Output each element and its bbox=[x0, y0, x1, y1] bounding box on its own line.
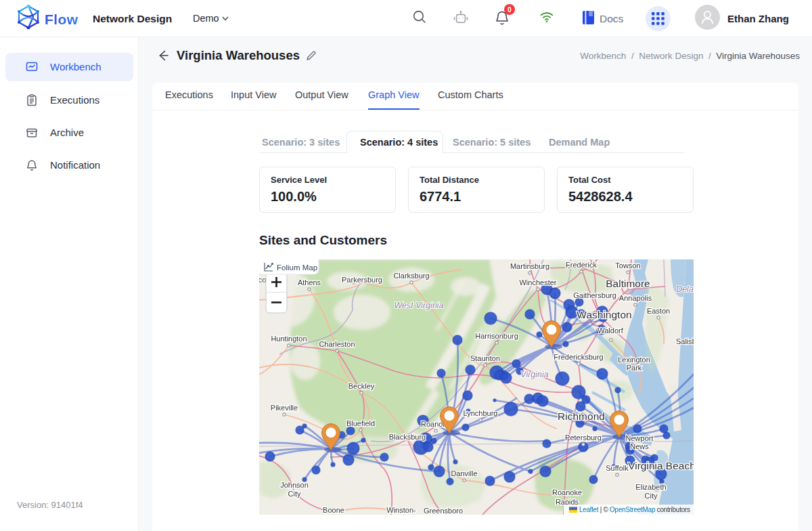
svg-text:Roanoke: Roanoke bbox=[552, 488, 582, 496]
svg-text:Salisbu: Salisbu bbox=[676, 337, 694, 345]
svg-text:Virginia: Virginia bbox=[520, 370, 549, 379]
svg-text:Folium Map: Folium Map bbox=[277, 263, 317, 272]
svg-text:Waldorf: Waldorf bbox=[597, 326, 623, 335]
svg-text:Bluefield: Bluefield bbox=[346, 419, 375, 427]
svg-text:Towson: Towson bbox=[615, 261, 640, 270]
svg-text:City: City bbox=[645, 492, 658, 500]
svg-text:Boone: Boone bbox=[323, 506, 344, 514]
svg-text:Lynchburg: Lynchburg bbox=[464, 409, 498, 417]
svg-text:Blacksburg: Blacksburg bbox=[389, 433, 426, 441]
svg-text:Staunton: Staunton bbox=[470, 354, 500, 362]
svg-text:Washington: Washington bbox=[577, 309, 631, 320]
svg-text:Elizabeth: Elizabeth bbox=[635, 483, 666, 491]
svg-text:Gaithersburg: Gaithersburg bbox=[573, 291, 616, 299]
svg-text:Huntington: Huntington bbox=[271, 335, 307, 343]
svg-text:Johnson: Johnson bbox=[280, 481, 309, 489]
svg-text:Clarksburg: Clarksburg bbox=[393, 272, 429, 280]
svg-text:Parkersburg: Parkersburg bbox=[342, 276, 382, 284]
svg-text:Winston-: Winston- bbox=[386, 506, 416, 514]
svg-text:Danville: Danville bbox=[451, 469, 477, 477]
svg-text:Virginia Beach: Virginia Beach bbox=[628, 460, 694, 471]
svg-text:Suffolk: Suffolk bbox=[606, 464, 629, 472]
svg-text:Petersburg: Petersburg bbox=[565, 433, 602, 442]
svg-text:Beckley: Beckley bbox=[348, 382, 375, 390]
svg-text:Lexington: Lexington bbox=[618, 356, 650, 364]
svg-text:Greensboro: Greensboro bbox=[424, 507, 463, 515]
svg-text:Park: Park bbox=[627, 364, 642, 372]
svg-text:Richmond: Richmond bbox=[558, 410, 605, 422]
svg-text:Fredericksburg: Fredericksburg bbox=[554, 353, 603, 361]
svg-text:Easton: Easton bbox=[647, 307, 670, 315]
svg-text:News: News bbox=[630, 442, 649, 450]
svg-text:Dela: Dela bbox=[676, 284, 694, 294]
svg-text:Annapolis: Annapolis bbox=[619, 294, 652, 302]
svg-text:City: City bbox=[288, 490, 301, 498]
svg-text:Winchester: Winchester bbox=[519, 278, 556, 286]
svg-text:Harrisonburg: Harrisonburg bbox=[475, 332, 518, 340]
svg-text:Athens: Athens bbox=[298, 278, 321, 286]
svg-text:Baltimore: Baltimore bbox=[606, 278, 650, 289]
svg-text:Pikeville: Pikeville bbox=[271, 404, 298, 412]
svg-text:Newport: Newport bbox=[626, 434, 654, 442]
svg-text:Frederick: Frederick bbox=[566, 261, 597, 269]
svg-text:Charleston: Charleston bbox=[319, 340, 355, 348]
svg-text:Leaflet | © OpenStreetMap cont: Leaflet | © OpenStreetMap contributors bbox=[579, 506, 690, 513]
svg-text:Martinsburg: Martinsburg bbox=[510, 262, 549, 270]
svg-text:West Virginia: West Virginia bbox=[394, 301, 443, 310]
